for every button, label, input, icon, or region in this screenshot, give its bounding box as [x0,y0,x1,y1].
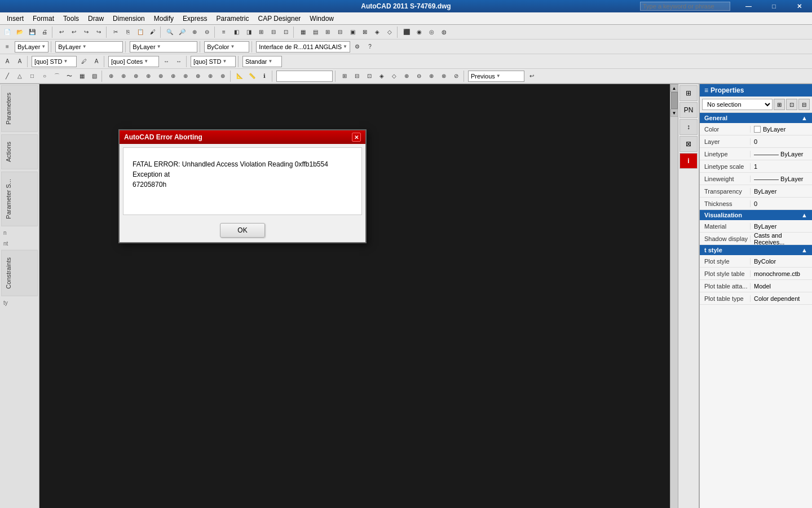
props-transparency-row[interactable]: Transparency ByLayer [700,185,812,198]
tb16[interactable]: ◉ [413,27,425,38]
props-linetype-scale-row[interactable]: Linetype scale 1 [700,160,812,173]
redo2-button[interactable]: ↪ [92,27,105,38]
select-filter-btn[interactable]: ⊡ [786,99,797,110]
undo-button[interactable]: ↩ [55,27,68,38]
bycolor-dropdown[interactable]: ByColor ▼ [204,41,249,52]
coord-dropdown[interactable] [276,71,333,82]
props-material-row[interactable]: Material ByLayer [700,220,812,233]
redo-button[interactable]: ↪ [80,27,92,38]
scroll-thumb[interactable] [671,92,678,109]
props-linetype-row[interactable]: Linetype ———— ByLayer [700,148,812,160]
bylayer-dropdown-2[interactable]: ByLayer ▼ [55,41,123,52]
layer6-btn[interactable]: ⊡ [280,27,292,38]
snap5-btn[interactable]: ⊕ [155,71,167,82]
tb13[interactable]: ◈ [371,27,383,38]
draw-region-btn[interactable]: ▧ [88,71,100,82]
undo2-button[interactable]: ↩ [68,27,80,38]
props-shadow-row[interactable]: Shadow display Casts and Receives... [700,233,812,245]
zoom-btn[interactable]: 🔍 [164,27,176,38]
dim-btn[interactable]: ↔ [160,56,173,67]
snap2-btn[interactable]: ⊕ [117,71,130,82]
dialog-close-button[interactable]: ✕ [352,133,361,142]
tb17[interactable]: ◎ [425,27,438,38]
close-button[interactable]: ✕ [787,0,812,12]
measure-btn[interactable]: 📐 [233,71,246,82]
quo-std-dropdown[interactable]: [quo] STD ▼ [32,56,77,67]
menu-cap-designer[interactable]: CAP Designer [253,12,305,25]
menu-insert[interactable]: Insert [2,12,28,25]
tb10[interactable]: ⊟ [334,27,346,38]
snap6-btn[interactable]: ⊕ [167,71,179,82]
ok-button[interactable]: OK [220,223,265,238]
quick-select-btn[interactable]: ⊞ [774,99,785,110]
scroll-up-arrow[interactable]: ▲ [670,84,678,92]
osnap5-btn[interactable]: ◇ [388,71,400,82]
menu-dimension[interactable]: Dimension [108,12,149,25]
text-btn2[interactable]: A [14,56,26,67]
pan-tool-btn[interactable]: ⊞ [679,85,698,101]
osnap2-btn[interactable]: ⊟ [351,71,363,82]
props-plot-table-type-row[interactable]: Plot table type Color dependent [700,292,812,305]
undo-last-btn[interactable]: ↩ [526,71,538,82]
keyword-search-input[interactable] [640,2,730,11]
tb8[interactable]: ▤ [309,27,321,38]
general-section-header[interactable]: General ▲ [700,113,812,123]
bylayer-dropdown-1[interactable]: ByLayer ▼ [15,41,48,52]
orbit-tool-btn[interactable]: PN [679,102,698,118]
info-tool-btn[interactable]: i [679,153,698,169]
match-button[interactable]: 🖌 [147,27,159,38]
zoom3-btn[interactable]: ⊕ [188,27,201,38]
interface-dropdown[interactable]: Interface de R...011 ANGLAIS ▼ [256,41,350,52]
menu-modify[interactable]: Modify [149,12,178,25]
dialog-title-bar[interactable]: AutoCAD Error Aborting ✕ [120,130,365,144]
osnap6-btn[interactable]: ⊕ [400,71,413,82]
draw-rect-btn[interactable]: □ [26,71,38,82]
osnap-btn[interactable]: ⊞ [338,71,351,82]
paste-button[interactable]: 📋 [134,27,147,38]
zoom2-btn[interactable]: 🔎 [176,27,188,38]
text-style-btn[interactable]: A [1,56,14,67]
menu-tools[interactable]: Tools [59,12,83,25]
props-layer-row[interactable]: Layer 0 [700,135,812,148]
snap8-btn[interactable]: ⊕ [192,71,204,82]
tb14[interactable]: ◇ [383,27,396,38]
layer5-btn[interactable]: ⊟ [267,27,280,38]
scroll-down-arrow[interactable]: ▼ [670,109,678,117]
print-button[interactable]: 🖨 [38,27,51,38]
standard-dropdown[interactable]: Standar ▼ [242,56,282,67]
steer-tool-btn[interactable]: ⊠ [679,136,698,152]
draw-poly-btn[interactable]: △ [14,71,26,82]
new-button[interactable]: 📄 [1,27,14,38]
minimize-button[interactable]: — [736,0,761,12]
side-tab-constraints[interactable]: Constraints [1,250,38,296]
snap4-btn[interactable]: ⊕ [142,71,155,82]
maximize-button[interactable]: □ [761,0,787,12]
draw-hatch-btn[interactable]: ▦ [76,71,88,82]
properties-object-selector[interactable]: No selection [702,99,773,110]
osnap4-btn[interactable]: ◈ [376,71,388,82]
snap7-btn[interactable]: ⊕ [179,71,192,82]
menu-parametric[interactable]: Parametric [211,12,253,25]
props-plot-style-table-row[interactable]: Plot style table monochrome.ctb [700,268,812,280]
osnap9-btn[interactable]: ⊗ [438,71,450,82]
cut-button[interactable]: ✂ [109,27,122,38]
draw-spline-btn[interactable]: 〜 [63,71,76,82]
menu-draw[interactable]: Draw [83,12,108,25]
osnap3-btn[interactable]: ⊡ [363,71,376,82]
tb11[interactable]: ▣ [346,27,359,38]
tb12[interactable]: ⊠ [359,27,371,38]
tb7[interactable]: ▦ [297,27,309,38]
props-plot-table-atta-row[interactable]: Plot table atta... Model [700,280,812,292]
bylayer-dropdown-3[interactable]: ByLayer ▼ [130,41,197,52]
snap10-btn[interactable]: ⊕ [217,71,229,82]
quo-cotes-dropdown[interactable]: [quo] Cotes ▼ [108,56,159,67]
save-button[interactable]: 💾 [26,27,38,38]
props-lineweight-row[interactable]: Lineweight ———— ByLayer [700,173,812,185]
side-tab-parameter-s[interactable]: Parameter S... [1,172,38,226]
nav-tool-btn[interactable]: ↕ [679,119,698,135]
text-icon-btn2[interactable]: A [90,56,103,67]
props-plot-style-row[interactable]: Plot style ByColor [700,255,812,268]
previous-dropdown[interactable]: Previous ▼ [468,71,524,82]
props-thickness-row[interactable]: Thickness 0 [700,198,812,210]
layer-btn[interactable]: ≡ [218,27,230,38]
